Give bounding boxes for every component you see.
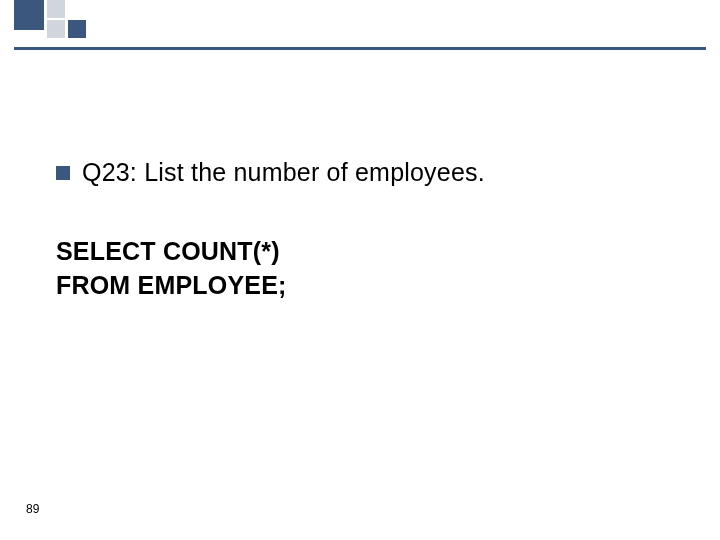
corner-square-small-dark [68,20,86,38]
sql-code-block: SELECT COUNT(*) FROM EMPLOYEE; [56,235,676,303]
sql-line-2: FROM EMPLOYEE; [56,269,676,303]
corner-square-light-bottom [47,20,65,38]
square-bullet-icon [56,166,70,180]
bullet-item: Q23: List the number of employees. [56,158,676,187]
corner-square-light-top [47,0,65,18]
question-text: Q23: List the number of employees. [82,158,485,187]
corner-square-large [14,0,44,30]
sql-line-1: SELECT COUNT(*) [56,235,676,269]
page-number: 89 [26,502,39,516]
horizontal-divider [14,47,706,50]
slide-decoration [0,0,720,50]
slide-content: Q23: List the number of employees. SELEC… [56,158,676,303]
